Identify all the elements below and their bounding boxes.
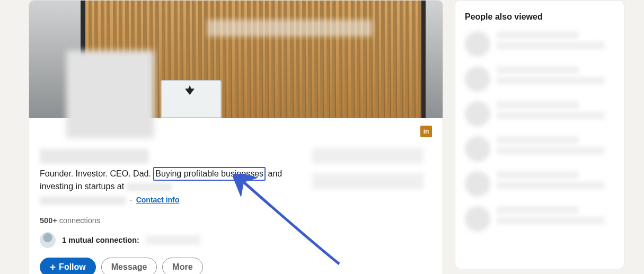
- profile-name: [40, 149, 149, 164]
- list-item[interactable]: [465, 136, 614, 162]
- follow-button[interactable]: + Follow: [40, 258, 96, 274]
- redacted: [497, 136, 614, 154]
- cover-decor: [161, 80, 222, 118]
- avatar-icon: [465, 101, 490, 127]
- redacted: [497, 206, 614, 224]
- connections-number: 500+: [40, 216, 57, 225]
- redacted: [497, 101, 614, 119]
- more-button[interactable]: More: [162, 258, 202, 274]
- redacted: [497, 66, 614, 84]
- message-button[interactable]: Message: [101, 258, 157, 274]
- redacted: [497, 171, 614, 189]
- avatar-icon: [465, 206, 490, 232]
- avatar-icon: [465, 31, 490, 57]
- profile-actions: + Follow Message More: [40, 258, 432, 274]
- headline-highlight: Buying profitable businesses: [153, 167, 266, 181]
- list-item[interactable]: [465, 171, 614, 197]
- location-line: · Contact info: [40, 196, 432, 205]
- connections-count[interactable]: 500+ connections: [40, 216, 432, 225]
- list-item[interactable]: [465, 31, 614, 57]
- connections-label: connections: [59, 216, 100, 225]
- avatar-icon: [465, 66, 490, 92]
- mutual-connections[interactable]: 1 mutual connection:: [40, 232, 432, 248]
- redacted: [40, 197, 126, 205]
- redacted: [497, 31, 614, 49]
- contact-info-link[interactable]: Contact info: [136, 196, 180, 204]
- people-also-viewed-card: People also viewed: [455, 0, 624, 269]
- list-item[interactable]: [465, 66, 614, 92]
- cover-decor: [421, 1, 443, 118]
- avatar-icon: [465, 171, 490, 197]
- people-list: [465, 31, 614, 232]
- headline-text: Founder. Investor. CEO. Dad.: [40, 169, 151, 178]
- experience-summary[interactable]: [312, 148, 424, 189]
- follow-label: Follow: [59, 262, 86, 272]
- profile-details: Founder. Investor. CEO. Dad. Buying prof…: [29, 118, 443, 274]
- profile-headline: Founder. Investor. CEO. Dad. Buying prof…: [40, 167, 307, 192]
- redacted: [127, 183, 172, 191]
- profile-card: in Founder. Investor. CEO. Dad. Buying p…: [29, 0, 443, 274]
- sidebar-title: People also viewed: [465, 12, 614, 22]
- separator: ·: [130, 196, 132, 204]
- redacted: [207, 20, 373, 37]
- avatar-icon: [40, 232, 56, 248]
- mutual-text: 1 mutual connection:: [62, 236, 139, 244]
- redacted: [312, 173, 424, 189]
- avatar-icon: [465, 136, 490, 162]
- list-item[interactable]: [465, 206, 614, 232]
- redacted: [312, 148, 424, 164]
- page-layout: in Founder. Investor. CEO. Dad. Buying p…: [0, 0, 644, 274]
- redacted: [146, 235, 201, 245]
- list-item[interactable]: [465, 101, 614, 127]
